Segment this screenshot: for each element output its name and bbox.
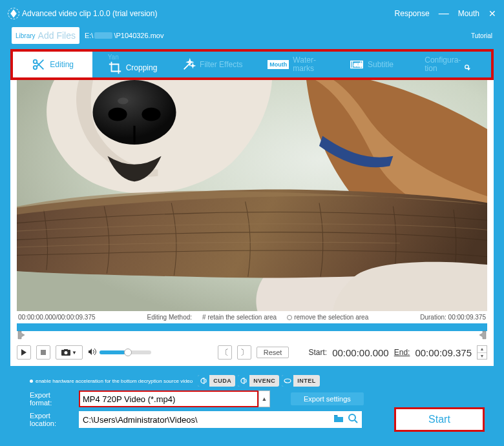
bullet-icon xyxy=(30,380,33,383)
hw-accel-checkbox[interactable]: enable hardware acceleration for the bot… xyxy=(30,378,193,384)
export-settings-button[interactable]: Export settings xyxy=(291,392,364,405)
svg-rect-13 xyxy=(64,349,68,350)
start-label: Start: xyxy=(308,348,327,357)
tutorial-link[interactable]: Tutorial xyxy=(471,32,492,39)
mark-in-button[interactable]: 〔 xyxy=(218,345,232,360)
tab-configuration[interactable]: Configura-tion xyxy=(412,52,491,77)
nvenc-badge[interactable]: NVENC xyxy=(238,375,279,387)
app-icon xyxy=(8,8,19,19)
duration-label: Duration: 00:00:09.375 xyxy=(420,314,486,321)
svg-point-10 xyxy=(118,97,129,104)
tab-config-label: Configura-tion xyxy=(425,56,461,72)
obscured-path-segment xyxy=(94,32,112,39)
mark-out-button[interactable]: 〕 xyxy=(237,345,251,360)
video-preview[interactable] xyxy=(17,80,487,311)
cuda-badge[interactable]: CUDA xyxy=(198,375,235,387)
toolbar-tabs: Editing Yan Cropping Filter Effects Mout… xyxy=(13,52,491,77)
reset-button[interactable]: Reset xyxy=(257,347,289,358)
end-time[interactable]: 00:00:09.375 xyxy=(415,347,472,358)
minimize-icon[interactable]: — xyxy=(439,8,449,19)
time-stepper[interactable]: ▲▼ xyxy=(477,345,487,360)
tab-filter-label: Filter Effects xyxy=(200,60,242,69)
chevron-up-icon[interactable]: ▲ xyxy=(258,390,270,407)
timeline-start-handle[interactable] xyxy=(17,330,27,340)
tab-subtitle[interactable]: SUB Subtitle xyxy=(331,52,411,77)
source-bar: Library Add Files E:\ \P1040326.mov Tuto… xyxy=(0,27,504,49)
tab-editing-label: Editing xyxy=(50,60,74,69)
time-display: 00:00:00.000/00:00:09.375 xyxy=(18,314,96,321)
tab-cropping-label: Cropping xyxy=(126,64,158,72)
retain-option[interactable]: # retain the selection area xyxy=(202,314,277,321)
tab-cropping[interactable]: Yan Cropping xyxy=(92,52,172,77)
svg-point-15 xyxy=(284,379,291,383)
crop-icon xyxy=(108,61,122,75)
volume-icon[interactable] xyxy=(88,347,97,358)
watermark-icon: Mouth xyxy=(268,60,289,69)
start-time[interactable]: 00:00:00.000 xyxy=(332,347,389,358)
remove-option[interactable]: remove the selection area xyxy=(287,314,368,321)
volume-slider[interactable] xyxy=(100,350,151,354)
response-link[interactable]: Response xyxy=(395,9,430,18)
export-format-select[interactable]: MP4 720P Video (*.mp4) xyxy=(79,390,258,407)
edit-method-label: Editing Method: xyxy=(147,314,193,321)
end-label: End: xyxy=(394,348,410,357)
source-path: E:\ \P1040326.mov xyxy=(85,32,164,39)
svg-point-8 xyxy=(108,108,127,121)
preview-info-row: 00:00:00.000/00:00:09.375 Editing Method… xyxy=(17,311,487,323)
mouth-label[interactable]: Mouth xyxy=(458,9,479,18)
work-area: 00:00:00.000/00:00:09.375 Editing Method… xyxy=(10,80,494,366)
stop-button[interactable] xyxy=(36,345,50,360)
wand-icon xyxy=(182,57,196,72)
timeline-end-handle[interactable] xyxy=(477,330,487,340)
subtitle-icon: SUB xyxy=(350,57,364,72)
gear-arrow-icon xyxy=(463,57,478,72)
scissors-icon xyxy=(32,57,46,72)
folder-icon[interactable] xyxy=(333,413,344,426)
tab-subtitle-label: Subtitle xyxy=(368,60,394,69)
player-controls: ▼ 〔 〕 Reset Start: 00:00:00.000 End: 00:… xyxy=(17,345,487,360)
toolbar-highlight: Editing Yan Cropping Filter Effects Mout… xyxy=(10,49,494,80)
export-location-field[interactable]: C:\Users\Administrator\Videos\ xyxy=(79,411,362,428)
play-button[interactable] xyxy=(17,345,31,360)
tab-filter[interactable]: Filter Effects xyxy=(173,52,252,77)
app-title: Advanced video clip 1.0.0 (trial version… xyxy=(22,9,157,18)
svg-point-14 xyxy=(65,351,68,354)
titlebar: Advanced video clip 1.0.0 (trial version… xyxy=(0,0,504,27)
svg-point-4 xyxy=(465,65,469,69)
search-icon[interactable] xyxy=(348,413,358,426)
snapshot-button[interactable]: ▼ xyxy=(56,345,83,360)
add-files-button[interactable]: Library Add Files xyxy=(12,27,79,44)
svg-text:SUB: SUB xyxy=(353,63,362,67)
add-files-label: Add Files xyxy=(38,30,76,41)
tab-editing[interactable]: Editing xyxy=(13,52,92,77)
timeline[interactable] xyxy=(17,323,487,331)
export-format-label: Export format: xyxy=(30,391,72,407)
library-label: Library xyxy=(16,32,36,39)
svg-rect-11 xyxy=(41,350,46,355)
export-location-label: Export location: xyxy=(30,412,72,427)
radio-empty-icon xyxy=(287,315,292,320)
tab-watermark[interactable]: Mouth Water-marks xyxy=(252,52,331,77)
intel-badge[interactable]: INTEL xyxy=(282,375,320,387)
close-icon[interactable]: ✕ xyxy=(488,8,496,19)
svg-point-16 xyxy=(349,414,355,421)
start-button[interactable]: Start xyxy=(394,407,485,432)
tab-watermark-label: Water-marks xyxy=(293,56,316,72)
svg-point-9 xyxy=(142,108,160,121)
